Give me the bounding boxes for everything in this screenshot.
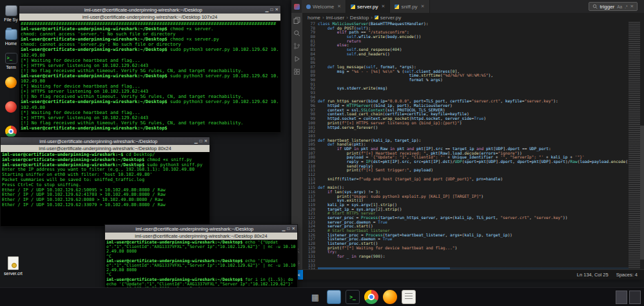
terminal-window-2[interactable]: iml-user@certificate-underpinning-wiresh… [0, 137, 210, 227]
window-buttons: ▁□✕ [195, 139, 208, 144]
terminal-subtitle: iml-user@certificate-underpinning-wiresh… [105, 233, 297, 240]
firefox-icon[interactable] [383, 290, 397, 304]
certificate-icon [8, 256, 19, 270]
minimize-icon[interactable]: ▁ [195, 139, 198, 144]
desktop-icon-file-system[interactable]: File Sy [1, 5, 21, 23]
close-icon[interactable]: ✕ [421, 4, 425, 9]
search-icon[interactable] [293, 30, 300, 37]
file-system-icon [5, 5, 17, 16]
close-icon[interactable]: ✕ [630, 4, 634, 9]
terminal-icon[interactable] [346, 290, 360, 304]
chrome-icon [5, 126, 17, 137]
workspace-cell[interactable] [616, 291, 627, 304]
window-buttons: ▁□✕ [282, 227, 295, 231]
terminal-titlebar[interactable]: iml-user@certificate-underpinning-wiresh… [19, 6, 280, 14]
cursor-position[interactable]: Ln 134, Col 25 [577, 272, 609, 278]
app-logo-icon [294, 4, 300, 10]
tab-label: sniff.py [401, 4, 417, 10]
close-icon[interactable]: ✕ [382, 4, 385, 9]
source-control-icon[interactable] [293, 43, 300, 50]
terminal-titlebar[interactable]: iml-user@certificate-underpinning-wiresh… [1, 137, 210, 145]
text-editor-icon[interactable] [402, 290, 416, 304]
terminal-output[interactable]: iml-user@certificate-underpinning-wiresh… [1, 152, 210, 226]
tab-welcome[interactable]: Welcome ✕ [302, 0, 346, 13]
welcome-tab-icon [306, 5, 311, 9]
minimap[interactable] [629, 22, 640, 269]
desktop-icon-label: Term [6, 65, 16, 70]
minimize-icon[interactable]: ▁ [266, 8, 269, 12]
tab-bar: Welcome ✕ server.py ✕ sniff.py ✕ trigger… [291, 0, 644, 13]
search-icon [592, 4, 598, 9]
desktop-icon-server-crt[interactable]: server.crt [4, 256, 23, 276]
vscode-window: Welcome ✕ server.py ✕ sniff.py ✕ trigger… [291, 0, 644, 280]
terminal-subtitle: iml-user@certificate-underpinning-wiresh… [1, 145, 210, 152]
terminal-icon [5, 53, 17, 64]
desktop: File SyHomeTerm server.crt iml-user@cert… [0, 0, 644, 306]
desktop-icon-label: server.crt [4, 271, 23, 276]
terminal-window-1[interactable]: iml-user@certificate-underpinning-wiresh… [19, 5, 281, 133]
desktop-icon-home[interactable]: Home [1, 29, 21, 46]
scrollbar[interactable] [640, 22, 644, 269]
terminal-subtitle: iml-user@certificate-underpinning-wiresh… [19, 14, 280, 21]
workspace-cell[interactable] [629, 291, 641, 304]
tab-server-py[interactable]: server.py ✕ [346, 0, 390, 13]
editor[interactable]: 7778798081828384858687888990919293949596… [302, 22, 644, 269]
desktop-icon-terminal[interactable]: Term [1, 53, 21, 70]
breadcrumb-segment[interactable]: home [307, 15, 320, 21]
python-icon [351, 5, 355, 9]
red-app-icon [5, 101, 17, 113]
scrollbar-thumb[interactable] [640, 126, 644, 259]
breadcrumb-segment[interactable]: Desktop [350, 15, 369, 21]
taskbar-panel [0, 287, 644, 306]
find-input[interactable]: trigger [600, 4, 615, 10]
find-widget[interactable]: trigger Aa .* ✕ [589, 2, 638, 11]
breadcrumb-segment[interactable]: server.py [380, 15, 401, 21]
terminal-output[interactable]: ########################################… [19, 21, 280, 132]
chevron-right-icon: › [346, 15, 348, 21]
tab-label: server.py [357, 4, 378, 10]
desktop-icon-firefox[interactable] [1, 77, 21, 95]
close-icon[interactable]: ✕ [292, 227, 295, 231]
terminal-titlebar[interactable]: iml-user@certificate-underpinning-wiresh… [105, 225, 297, 233]
editor-code[interactable]: class MaliciousServer(BaseHTTPRequestHan… [318, 22, 629, 269]
terminal-title: iml-user@certificate-underpinning-wiresh… [21, 7, 266, 13]
show-apps-icon[interactable] [308, 290, 322, 304]
terminal-window-3[interactable]: iml-user@certificate-underpinning-wiresh… [104, 224, 298, 296]
chrome-icon[interactable] [364, 290, 378, 304]
maximize-icon[interactable]: □ [200, 139, 202, 144]
extensions-icon[interactable] [293, 68, 300, 75]
run-debug-icon[interactable] [293, 55, 300, 62]
desktop-icon-label: Home [5, 41, 17, 46]
explorer-icon[interactable] [293, 17, 300, 24]
terminal-title: iml-user@certificate-underpinning-wiresh… [3, 139, 195, 144]
chevron-right-icon: › [371, 15, 373, 21]
maximize-icon[interactable]: □ [271, 8, 273, 12]
close-icon[interactable]: ✕ [275, 8, 278, 12]
home-icon [5, 29, 17, 40]
tab-label: Welcome [313, 4, 334, 10]
breadcrumb[interactable]: home› iml-user› Desktop› server.py [302, 13, 644, 22]
close-icon[interactable]: ✕ [337, 4, 341, 9]
python-icon [395, 5, 399, 9]
chevron-right-icon: › [322, 15, 324, 21]
app-menu[interactable] [291, 0, 302, 13]
window-buttons: ▁□✕ [266, 8, 278, 12]
regex-icon[interactable]: .* [625, 5, 627, 9]
indentation-setting[interactable]: Spaces: 4 [616, 272, 638, 278]
terminal-title: iml-user@certificate-underpinning-wiresh… [107, 226, 282, 232]
close-icon[interactable]: ✕ [204, 139, 208, 144]
python-icon [375, 15, 378, 19]
desktop-icon-red-app[interactable] [1, 101, 21, 119]
match-case-icon[interactable]: Aa [617, 5, 622, 9]
tab-sniff-py[interactable]: sniff.py ✕ [390, 0, 429, 13]
status-bar: >< Ln 134, Col 25 Spaces: 4 [291, 269, 644, 280]
minimize-icon[interactable]: ▁ [282, 227, 286, 231]
dock [308, 290, 416, 304]
workspace-pager[interactable] [616, 291, 641, 304]
desktop-icon-label: File Sy [4, 17, 17, 23]
breadcrumb-segment[interactable]: iml-user [326, 15, 344, 21]
editor-gutter: 7778798081828384858687888990919293949596… [302, 22, 318, 269]
firefox-icon [5, 77, 17, 88]
maximize-icon[interactable]: □ [288, 227, 290, 231]
file-manager-icon[interactable] [327, 290, 341, 304]
